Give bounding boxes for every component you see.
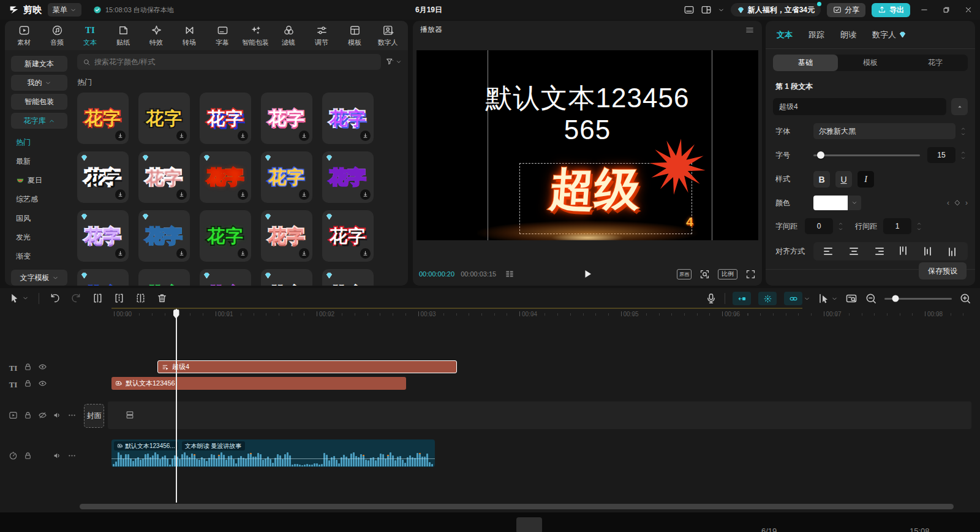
text-clip[interactable]: 默认文本123456 — [111, 377, 406, 390]
download-button[interactable] — [299, 189, 309, 200]
fancy-text-item[interactable]: 花字 — [322, 210, 374, 262]
fullscreen-icon[interactable] — [745, 269, 756, 279]
download-button[interactable] — [176, 248, 187, 259]
size-slider-handle[interactable] — [817, 151, 824, 159]
inspector-tab-2[interactable]: 朗读 — [840, 29, 856, 40]
fancy-text-item[interactable]: 花字 — [138, 269, 190, 286]
quality-button[interactable]: 原画 — [677, 269, 692, 279]
fit-zoom-icon[interactable] — [699, 269, 710, 279]
inspector-tab-3[interactable]: 数字人 — [872, 29, 907, 40]
timeline-zoom-out-button[interactable] — [865, 292, 877, 305]
layout-chevron-icon[interactable] — [718, 7, 725, 13]
fancy-text-item[interactable]: 花字 — [261, 151, 312, 203]
sidebar-item-1[interactable]: 最新 — [16, 156, 71, 167]
audio-clip[interactable]: 默认文本123456... 文本朗读 曼波讲故事 — [111, 439, 435, 467]
fancy-text-item[interactable]: 花字 — [261, 210, 312, 262]
select-mode-button[interactable] — [818, 292, 838, 305]
mute-icon[interactable] — [53, 411, 62, 420]
download-button[interactable] — [115, 131, 126, 141]
sidebar-text-template-button[interactable]: 文字模板 — [11, 270, 67, 286]
underline-button[interactable]: U — [835, 171, 852, 188]
maximize-button[interactable] — [938, 3, 954, 17]
fancy-text-item[interactable]: 花字 — [77, 210, 129, 262]
visibility-off-icon[interactable] — [38, 411, 47, 420]
play-button[interactable] — [581, 268, 594, 280]
minimize-button[interactable] — [916, 3, 932, 17]
sidebar-item-4[interactable]: 国风 — [16, 213, 71, 224]
more-options-icon[interactable] — [67, 411, 77, 420]
delete-button[interactable] — [156, 292, 168, 304]
text-content-input[interactable]: 超级4 — [773, 98, 946, 115]
split-preview-icon[interactable] — [505, 269, 514, 279]
download-button[interactable] — [299, 131, 309, 141]
undo-button[interactable] — [49, 292, 61, 304]
save-preset-button[interactable]: 保存预设 — [919, 262, 967, 279]
align-vertical-middle-button[interactable] — [922, 246, 933, 256]
download-button[interactable] — [299, 248, 309, 259]
cover-button[interactable]: 封面 — [84, 404, 104, 428]
preview-canvas[interactable]: 默认文本123456565 超级 4 — [417, 50, 758, 240]
fancy-text-item[interactable]: 花字 — [77, 151, 129, 203]
export-button[interactable]: 导出 — [872, 3, 910, 17]
volume-line[interactable] — [111, 458, 435, 459]
promo-banner[interactable]: 新人福利，立省34元 — [731, 3, 821, 17]
fancy-text-item[interactable]: 花字 — [261, 269, 312, 286]
lock-icon[interactable] — [23, 411, 32, 420]
align-vertical-bottom-button[interactable] — [946, 246, 957, 256]
preview-frame-button[interactable] — [845, 292, 858, 305]
close-button[interactable] — [960, 3, 976, 17]
download-button[interactable] — [238, 248, 248, 259]
playhead-line[interactable] — [176, 309, 177, 503]
fancy-text-item[interactable]: 花字 — [138, 210, 190, 262]
horizontal-scrollbar[interactable] — [80, 504, 954, 509]
align-right-button[interactable] — [873, 246, 884, 256]
split-left-button[interactable] — [113, 292, 125, 304]
collapse-button[interactable] — [951, 98, 968, 115]
letter-spacing-stepper[interactable] — [836, 221, 845, 232]
magnetic-snap-toggle[interactable] — [733, 292, 751, 305]
inspector-tab-1[interactable]: 跟踪 — [809, 29, 824, 40]
color-dropdown[interactable] — [848, 196, 861, 210]
keyframe-controls[interactable]: ‹› — [947, 199, 968, 207]
split-button[interactable] — [92, 292, 104, 304]
download-button[interactable] — [176, 131, 187, 141]
left-tab-filters[interactable]: 滤镜 — [272, 25, 305, 47]
font-select[interactable]: 尔雅新大黑 — [813, 123, 956, 139]
more-options-icon[interactable] — [67, 451, 77, 460]
sidebar-my-button[interactable]: 我的 — [11, 75, 67, 91]
layout-bottom-icon[interactable] — [684, 4, 695, 15]
layout-right-icon[interactable] — [701, 4, 712, 15]
timeline-zoom-handle[interactable] — [892, 295, 899, 302]
fancy-text-item[interactable]: 花字 — [200, 93, 251, 144]
menu-button[interactable]: 菜单 — [48, 3, 81, 17]
inspector-tab-0[interactable]: 文本 — [777, 29, 793, 40]
record-voiceover-button[interactable] — [705, 292, 717, 305]
timeline-ruler[interactable]: 00:0000:0100:0200:0300:0400:0500:0600:07… — [80, 309, 974, 320]
timeline-zoom-in-button[interactable] — [959, 292, 971, 305]
fancy-text-item[interactable]: 花字 — [261, 93, 312, 144]
fancy-text-item[interactable]: 花字 — [200, 151, 251, 203]
fancy-text-item[interactable]: 花字 — [77, 93, 129, 144]
color-swatch[interactable] — [813, 196, 848, 210]
fancy-text-item[interactable]: 花字 — [77, 269, 129, 286]
font-stepper[interactable] — [959, 126, 968, 137]
download-button[interactable] — [115, 189, 126, 200]
download-button[interactable] — [115, 248, 126, 259]
line-spacing-value[interactable]: 1 — [883, 218, 911, 234]
preview-text[interactable]: 默认文本123456565 — [417, 82, 758, 146]
fancy-text-item[interactable]: 花字 — [322, 93, 374, 144]
left-tab-media[interactable]: 素材 — [7, 25, 40, 47]
align-center-button[interactable] — [848, 246, 859, 256]
fancy-text-item[interactable]: 花字 — [138, 151, 190, 203]
visibility-icon[interactable] — [38, 379, 47, 388]
left-tab-audio[interactable]: 音频 — [40, 25, 74, 47]
filter-button[interactable] — [385, 57, 402, 66]
download-button[interactable] — [176, 189, 187, 200]
sidebar-item-6[interactable]: 渐变 — [16, 251, 71, 262]
size-stepper[interactable] — [959, 150, 968, 161]
fancy-text-item[interactable]: 花字 — [322, 151, 374, 203]
lock-icon[interactable] — [23, 451, 32, 460]
align-vertical-top-button[interactable] — [897, 246, 908, 256]
download-button[interactable] — [360, 131, 371, 141]
letter-spacing-value[interactable]: 0 — [805, 218, 833, 234]
